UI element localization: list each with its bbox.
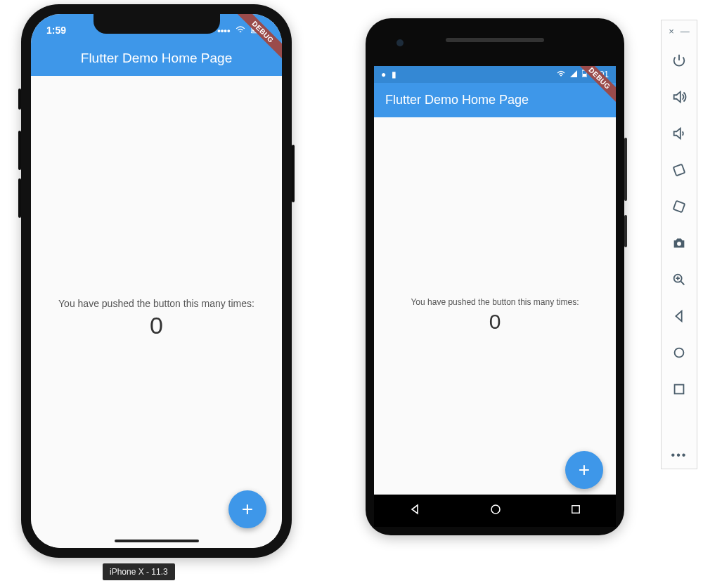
fab-add-button[interactable]: +: [565, 451, 603, 489]
ios-device-label: iPhone X - 11.3: [103, 563, 175, 580]
android-appbar-title: Flutter Demo Home Page: [374, 83, 616, 117]
android-app-body: You have pushed the button this many tim…: [374, 129, 616, 502]
ios-appbar-title: Flutter Demo Home Page: [31, 42, 282, 76]
counter-value: 0: [489, 310, 501, 334]
svg-rect-5: [583, 74, 586, 77]
signal-icon: [570, 70, 579, 79]
power-icon: [671, 53, 687, 68]
wifi-icon: [557, 70, 567, 79]
counter-label: You have pushed the button this many tim…: [58, 298, 254, 309]
camera-icon: [671, 235, 687, 251]
nav-home-button[interactable]: [490, 504, 501, 518]
ios-status-time: 1:59: [46, 25, 66, 36]
ios-volume-down[interactable]: [18, 178, 21, 218]
home-icon: [671, 345, 687, 360]
plus-icon: +: [242, 498, 253, 521]
fab-add-button[interactable]: +: [228, 490, 266, 528]
minimize-emulator-button[interactable]: —: [681, 26, 690, 37]
rotate-left-button[interactable]: [662, 152, 697, 188]
ios-screen: 1:59 •••• Flutter Demo Home Page DEBUG Y…: [31, 14, 282, 548]
close-emulator-button[interactable]: ×: [669, 26, 674, 37]
android-emulator-frame: ● ▮ 2:01 Flutter Demo Home Page: [366, 18, 624, 535]
volume-down-icon: [671, 126, 687, 141]
android-speaker: [446, 38, 544, 42]
overview-icon: [671, 381, 687, 397]
volume-up-icon: [671, 89, 687, 105]
rotate-right-icon: [671, 199, 687, 214]
android-appbar: ● ▮ 2:01 Flutter Demo Home Page: [374, 66, 616, 117]
android-screen: ● ▮ 2:01 Flutter Demo Home Page: [374, 66, 616, 502]
ios-notch: [93, 14, 220, 34]
svg-point-6: [491, 505, 500, 514]
volume-down-button[interactable]: [662, 115, 697, 152]
ios-home-indicator[interactable]: [115, 540, 199, 542]
ios-volume-up[interactable]: [18, 131, 21, 170]
notification-dot-icon: ●: [381, 70, 386, 79]
svg-rect-9: [673, 201, 685, 212]
android-power-button[interactable]: [624, 215, 627, 247]
more-options-button[interactable]: •••: [671, 449, 688, 462]
rotate-right-button[interactable]: [662, 188, 697, 225]
svg-rect-7: [572, 506, 580, 514]
ios-app-body: You have pushed the button this many tim…: [31, 89, 282, 548]
emu-overview-button[interactable]: [662, 371, 697, 407]
counter-label: You have pushed the button this many tim…: [411, 297, 579, 307]
emu-home-button[interactable]: [662, 334, 697, 371]
ios-power-button[interactable]: [292, 145, 295, 202]
nav-recent-button[interactable]: [571, 504, 581, 517]
svg-point-10: [677, 242, 681, 246]
android-status-bar: ● ▮ 2:01: [374, 66, 616, 83]
svg-rect-8: [673, 164, 685, 176]
wifi-icon: [236, 25, 248, 36]
android-front-camera: [396, 39, 404, 46]
counter-value: 0: [150, 312, 163, 339]
nav-back-button[interactable]: [409, 504, 420, 518]
rotate-left-icon: [671, 162, 687, 178]
zoom-icon: [671, 272, 687, 287]
emulator-control-panel: × — •••: [661, 20, 697, 469]
svg-rect-13: [675, 385, 684, 394]
android-volume-rocker[interactable]: [624, 138, 627, 201]
android-status-left: ● ▮: [380, 70, 398, 79]
svg-point-12: [675, 348, 684, 358]
sdcard-icon: ▮: [392, 70, 396, 79]
plus-icon: +: [579, 459, 590, 481]
screenshot-button[interactable]: [662, 225, 697, 261]
ios-mute-switch[interactable]: [18, 89, 21, 110]
ios-simulator-frame: 1:59 •••• Flutter Demo Home Page DEBUG Y…: [21, 4, 292, 558]
android-nav-bar: [374, 495, 616, 527]
zoom-button[interactable]: [662, 261, 697, 298]
back-icon: [671, 308, 687, 324]
volume-up-button[interactable]: [662, 79, 697, 115]
cellular-icon: ••••: [217, 25, 230, 36]
emu-back-button[interactable]: [662, 298, 697, 334]
power-button[interactable]: [662, 42, 697, 79]
